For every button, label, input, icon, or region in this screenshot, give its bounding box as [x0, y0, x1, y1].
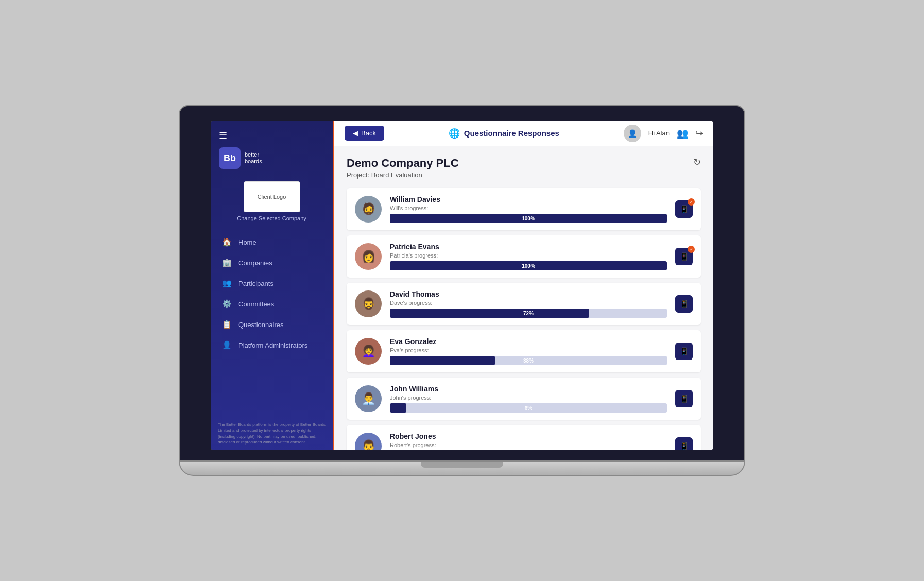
progress-label: John's progress:: [390, 395, 667, 401]
progress-bar-container: 100%: [390, 214, 667, 223]
progress-bar-text: 100%: [390, 216, 667, 221]
participant-card: 👨 Robert Jones Robert's progress: 📱: [347, 425, 701, 450]
sidebar-header: ☰: [211, 121, 333, 147]
progress-label: Robert's progress:: [390, 442, 667, 448]
refresh-icon[interactable]: ↻: [693, 157, 701, 168]
topbar-left: ◀ Back: [345, 126, 384, 141]
sidebar-item-label: Platform Administrators: [238, 341, 307, 349]
brand-logo: Bb better boards.: [211, 147, 333, 177]
change-company-link[interactable]: Change Selected Company: [237, 215, 306, 221]
questionnaire-icon: 📱: [680, 395, 689, 403]
progress-bar-text: 6%: [390, 405, 667, 411]
participant-avatar: 👩: [355, 243, 382, 270]
participants-icon: 👥: [221, 279, 232, 288]
questionnaire-icon: 📱: [680, 442, 689, 450]
participant-card: 👩 Patricia Evans Patricia's progress: 10…: [347, 235, 701, 278]
progress-label: Patricia's progress:: [390, 252, 667, 259]
admin-icon: 👤: [221, 340, 232, 350]
sidebar-item-label: Committees: [238, 300, 274, 308]
users-icon[interactable]: 👥: [677, 128, 688, 139]
participant-info: John Williams John's progress: 6%: [390, 385, 667, 413]
sidebar-item-label: Companies: [238, 259, 272, 267]
participant-avatar: 🧔: [355, 196, 382, 223]
sidebar-item-participants[interactable]: 👥 Participants: [211, 273, 333, 294]
participant-card: 🧔‍♂️ David Thomas Dave's progress: 72% 📱: [347, 283, 701, 325]
questionnaire-icon: 📱: [680, 300, 689, 308]
progress-bar-text: 100%: [390, 263, 667, 269]
participant-action-button[interactable]: 📱: [675, 437, 693, 450]
sidebar-item-committees[interactable]: ⚙️ Committees: [211, 294, 333, 314]
progress-bar-text: 72%: [390, 311, 667, 316]
avatar: 👤: [624, 125, 641, 142]
companies-icon: 🏢: [221, 258, 232, 267]
participant-name: William Davies: [390, 195, 667, 203]
page-title: Questionnaire Responses: [464, 129, 559, 138]
completed-badge: ✓: [688, 198, 695, 206]
logout-icon[interactable]: ↪: [695, 128, 703, 139]
participant-info: David Thomas Dave's progress: 72%: [390, 290, 667, 318]
back-arrow-icon: ◀: [353, 129, 358, 137]
topbar-center: 🌐 Questionnaire Responses: [449, 128, 559, 139]
client-logo-section: Client Logo Change Selected Company: [211, 177, 333, 226]
sidebar: ☰ Bb better boards. Client Logo: [211, 121, 334, 450]
participant-info: Robert Jones Robert's progress:: [390, 432, 667, 450]
completed-badge: ✓: [688, 246, 695, 253]
brand-name: better boards.: [245, 151, 264, 165]
company-info: Demo Company PLC Project: Board Evaluati…: [347, 157, 459, 179]
progress-bar-text: 38%: [390, 358, 667, 364]
participant-action-button[interactable]: 📱: [675, 390, 693, 407]
progress-bar-container: 38%: [390, 356, 667, 365]
questionnaires-icon: 📋: [221, 320, 232, 329]
hamburger-icon[interactable]: ☰: [219, 130, 227, 141]
progress-bar-container: 72%: [390, 309, 667, 318]
questionnaire-icon: 📱: [680, 347, 689, 355]
participant-name: Eva Gonzalez: [390, 337, 667, 346]
participant-avatar: 🧔‍♂️: [355, 290, 382, 317]
company-name: Demo Company PLC: [347, 157, 459, 170]
page-content: Demo Company PLC Project: Board Evaluati…: [334, 146, 713, 450]
questionnaire-icon: 📱: [680, 205, 689, 213]
home-icon: 🏠: [221, 237, 232, 247]
participant-action-button[interactable]: 📱✓: [675, 200, 693, 218]
progress-bar-container: 6%: [390, 403, 667, 413]
client-logo-box: Client Logo: [244, 181, 300, 212]
questionnaire-icon: 📱: [680, 252, 689, 261]
participant-action-button[interactable]: 📱: [675, 295, 693, 313]
sidebar-item-companies[interactable]: 🏢 Companies: [211, 252, 333, 273]
topbar-right: 👤 Hi Alan 👥 ↪: [624, 125, 703, 142]
nav-menu: 🏠 Home 🏢 Companies 👥 Participants ⚙: [211, 226, 333, 417]
participants-list: 🧔 William Davies Will's progress: 100% 📱…: [347, 188, 701, 450]
participant-name: Patricia Evans: [390, 243, 667, 251]
participant-info: William Davies Will's progress: 100%: [390, 195, 667, 223]
page-header: Demo Company PLC Project: Board Evaluati…: [347, 157, 701, 179]
globe-icon: 🌐: [449, 128, 460, 139]
sidebar-footer: The Better Boards platform is the proper…: [211, 417, 333, 450]
participant-info: Eva Gonzalez Eva's progress: 38%: [390, 337, 667, 365]
brand-icon: Bb: [219, 147, 241, 169]
participant-name: Robert Jones: [390, 432, 667, 440]
topbar: ◀ Back 🌐 Questionnaire Responses 👤 Hi Al…: [334, 121, 713, 146]
participant-card: 🧔 William Davies Will's progress: 100% 📱…: [347, 188, 701, 230]
participant-avatar: 👩‍🦱: [355, 338, 382, 365]
sidebar-item-questionnaires[interactable]: 📋 Questionnaires: [211, 314, 333, 335]
participant-card: 👨‍💼 John Williams John's progress: 6% 📱: [347, 378, 701, 420]
sidebar-item-label: Home: [238, 238, 256, 246]
sidebar-item-label: Participants: [238, 280, 273, 287]
participant-action-button[interactable]: 📱: [675, 343, 693, 360]
participant-name: John Williams: [390, 385, 667, 393]
participant-card: 👩‍🦱 Eva Gonzalez Eva's progress: 38% 📱: [347, 330, 701, 372]
participant-name: David Thomas: [390, 290, 667, 298]
participant-avatar: 👨‍💼: [355, 385, 382, 412]
progress-label: Dave's progress:: [390, 300, 667, 306]
back-button[interactable]: ◀ Back: [345, 126, 384, 141]
sidebar-item-home[interactable]: 🏠 Home: [211, 232, 333, 252]
progress-bar-container: 100%: [390, 261, 667, 270]
participant-action-button[interactable]: 📱✓: [675, 248, 693, 265]
sidebar-item-platform-administrators[interactable]: 👤 Platform Administrators: [211, 335, 333, 355]
progress-label: Will's progress:: [390, 205, 667, 211]
progress-label: Eva's progress:: [390, 347, 667, 353]
committees-icon: ⚙️: [221, 299, 232, 309]
participant-info: Patricia Evans Patricia's progress: 100%: [390, 243, 667, 270]
sidebar-item-label: Questionnaires: [238, 321, 283, 329]
participant-avatar: 👨: [355, 433, 382, 450]
